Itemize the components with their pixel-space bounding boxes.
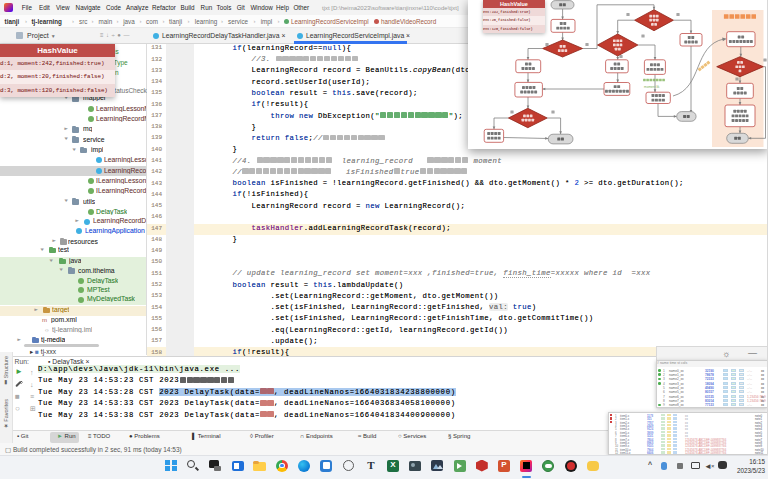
svg-text:moment lik: moment lik (644, 85, 660, 89)
